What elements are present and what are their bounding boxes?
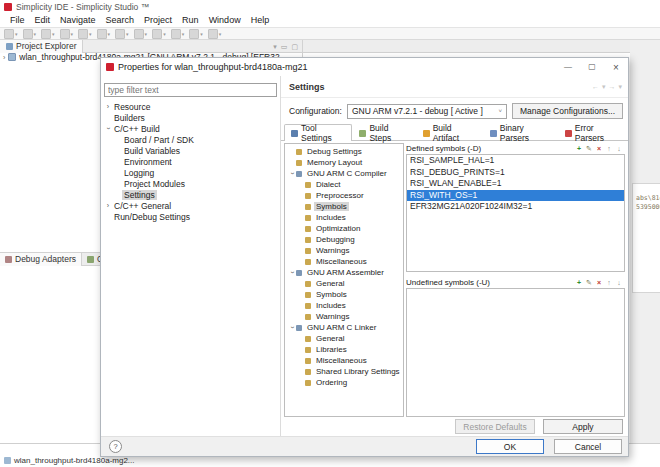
list-action-icon[interactable] — [595, 144, 603, 153]
window-control-icon[interactable] — [580, 62, 604, 73]
list-action-icon[interactable] — [595, 278, 603, 287]
nav-tree-item[interactable]: Logging — [104, 167, 277, 178]
tool-tree-item[interactable]: GNU ARM C Linker — [285, 322, 403, 333]
menu-item[interactable]: Project — [139, 14, 177, 27]
tool-tree-item[interactable]: Optimization — [285, 223, 403, 234]
toolbar-button[interactable]: ▾ — [152, 29, 166, 39]
nav-tree-item[interactable]: Settings — [104, 189, 277, 200]
nav-tree-item[interactable]: Environment — [104, 156, 277, 167]
nav-tree-item[interactable]: Run/Debug Settings — [104, 211, 277, 222]
nav-tree-item[interactable]: Resource — [104, 101, 277, 112]
nav-history-icon[interactable] — [602, 83, 606, 91]
toolbar-button[interactable]: ▾ — [115, 29, 129, 39]
nav-tree-item[interactable]: C/C++ General — [104, 200, 277, 211]
tool-tree-item[interactable]: Dialect — [285, 179, 403, 190]
cancel-button[interactable]: Cancel — [554, 439, 622, 454]
settings-tab[interactable]: Build Steps — [352, 125, 415, 140]
defined-symbols-list[interactable]: RSI_SAMPLE_HAL=1RSI_DEBUG_PRINTS=1RSI_WL… — [406, 154, 625, 272]
symbol-row[interactable]: EFR32MG21A020F1024IM32=1 — [407, 201, 624, 213]
menu-item[interactable]: Window — [204, 14, 246, 27]
menu-item[interactable]: Search — [101, 14, 140, 27]
tool-tree-item[interactable]: Debugging — [285, 234, 403, 245]
tab-project-explorer[interactable]: Project Explorer — [0, 40, 83, 53]
tool-tree-item[interactable]: General — [285, 333, 403, 344]
list-action-icon[interactable] — [605, 278, 613, 287]
undefined-symbols-list[interactable] — [406, 288, 625, 417]
tool-tree-item[interactable]: GNU ARM C Compiler — [285, 168, 403, 179]
list-action-icon[interactable] — [615, 144, 623, 153]
tool-tree-item[interactable]: Symbols — [285, 289, 403, 300]
tree-expander-icon[interactable] — [289, 269, 296, 276]
nav-tree-item[interactable]: Build Variables — [104, 145, 277, 156]
tool-tree-item[interactable]: Libraries — [285, 344, 403, 355]
nav-history-icon[interactable] — [592, 83, 599, 91]
configuration-select[interactable]: GNU ARM v7.2.1 - debug [ Active ] ˅ — [347, 104, 507, 119]
list-action-icon[interactable] — [615, 278, 623, 287]
tool-tree-item[interactable]: Ordering — [285, 377, 403, 388]
tool-tree-item[interactable]: Shared Library Settings — [285, 366, 403, 377]
window-control-icon[interactable] — [556, 62, 580, 73]
list-action-icon[interactable] — [585, 278, 593, 287]
settings-tab[interactable]: Tool Settings — [284, 124, 352, 141]
symbol-row[interactable]: RSI_SAMPLE_HAL=1 — [407, 155, 624, 167]
toolbar-button[interactable]: ▾ — [134, 29, 148, 39]
list-action-icon[interactable] — [575, 144, 583, 153]
nav-history-icon[interactable] — [618, 83, 622, 91]
nav-tree-item[interactable]: Board / Part / SDK — [104, 134, 277, 145]
tool-tree-item[interactable]: Preprocessor — [285, 190, 403, 201]
nav-tree-item[interactable]: Builders — [104, 112, 277, 123]
tab-debug-adapters[interactable]: Debug Adapters — [0, 253, 82, 266]
view-action-icon[interactable] — [281, 40, 288, 53]
tool-tree-item[interactable]: GNU ARM Assembler — [285, 267, 403, 278]
toolbar-button[interactable]: ▾ — [171, 29, 185, 39]
nav-history-icon[interactable] — [608, 83, 615, 91]
tree-expander-icon[interactable] — [289, 324, 296, 331]
tool-tree-item[interactable]: Includes — [285, 212, 403, 223]
nav-tree-item[interactable]: C/C++ Build — [104, 123, 277, 134]
restore-defaults-button[interactable]: Restore Defaults — [455, 419, 535, 434]
tree-expander-icon[interactable] — [104, 202, 112, 209]
menu-item[interactable]: Edit — [30, 14, 56, 27]
list-action-icon[interactable] — [575, 278, 583, 287]
view-action-icon[interactable] — [273, 40, 277, 53]
tree-expander-icon[interactable] — [104, 125, 112, 132]
symbol-row[interactable]: RSI_WITH_OS=1 — [407, 190, 624, 202]
menu-item[interactable]: Navigate — [55, 14, 101, 27]
list-action-icon[interactable] — [585, 144, 593, 153]
toolbar-button[interactable]: ▾ — [97, 29, 111, 39]
tool-tree-item[interactable]: General — [285, 278, 403, 289]
toolbar-button[interactable]: ▾ — [78, 29, 92, 39]
list-action-icon[interactable] — [605, 144, 613, 153]
view-action-icon[interactable] — [291, 40, 298, 53]
nav-tree-item[interactable]: Project Modules — [104, 178, 277, 189]
toolbar-button[interactable]: ▾ — [41, 29, 55, 39]
tool-tree-item[interactable]: Miscellaneous — [285, 256, 403, 267]
toolbar-button[interactable]: ▾ — [4, 29, 18, 39]
filter-input[interactable] — [104, 83, 277, 97]
tool-tree-item[interactable]: Warnings — [285, 245, 403, 256]
menu-item[interactable]: Help — [246, 14, 275, 27]
settings-tab[interactable]: Error Parsers — [558, 125, 628, 140]
ok-button[interactable]: OK — [476, 439, 544, 454]
toolbar-button[interactable]: ▾ — [60, 29, 74, 39]
toolbar-button[interactable]: ▾ — [23, 29, 37, 39]
manage-configurations-button[interactable]: Manage Configurations... — [512, 103, 623, 119]
settings-tab[interactable]: Binary Parsers — [483, 125, 558, 140]
tool-tree-item[interactable]: Miscellaneous — [285, 355, 403, 366]
window-control-icon[interactable] — [604, 62, 628, 73]
tree-expander-icon[interactable] — [104, 103, 112, 110]
tool-tree-item[interactable]: Warnings — [285, 311, 403, 322]
tree-expander-icon[interactable] — [289, 170, 296, 177]
toolbar-button[interactable]: ▾ — [189, 29, 203, 39]
toolbar-button[interactable]: ▾ — [208, 29, 222, 39]
tool-tree-item[interactable]: Memory Layout — [285, 157, 403, 168]
apply-button[interactable]: Apply — [543, 419, 623, 434]
symbol-row[interactable]: RSI_WLAN_ENABLE=1 — [407, 178, 624, 190]
tool-tree-item[interactable]: Symbols — [285, 201, 403, 212]
tool-tree-item[interactable]: Includes — [285, 300, 403, 311]
settings-tab[interactable]: Build Artifact — [416, 125, 483, 140]
menu-item[interactable]: File — [5, 14, 30, 27]
help-button[interactable]: ? — [109, 440, 122, 453]
tool-tree-item[interactable]: Debug Settings — [285, 146, 403, 157]
dialog-titlebar[interactable]: Properties for wlan_throughput-brd4180a-… — [101, 58, 628, 76]
